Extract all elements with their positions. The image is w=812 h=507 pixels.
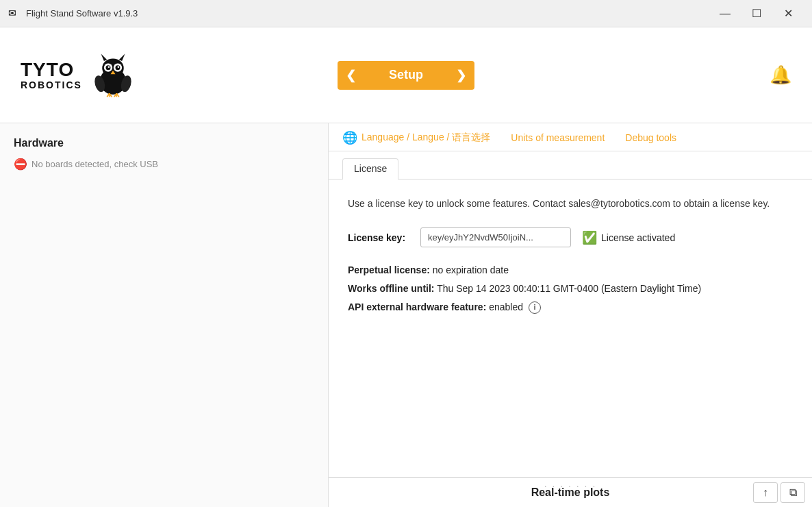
svg-marker-2 xyxy=(101,53,107,61)
close-button[interactable]: ✕ xyxy=(772,3,804,25)
logo-line1: TYTO xyxy=(21,60,82,79)
api-feature-line: API external hardware feature: enabled i xyxy=(348,298,793,317)
sidebar: Hardware ⛔ No boards detected, check USB xyxy=(0,123,329,507)
svg-point-8 xyxy=(107,66,110,68)
license-details: Perpetual license: no expiration date Wo… xyxy=(348,261,793,316)
tab-nav: 🌐 Language / Langue / 语言选择 Units of meas… xyxy=(329,123,812,151)
globe-icon: 🌐 xyxy=(342,130,357,145)
app-icon: ✉ xyxy=(8,8,21,20)
tab-license[interactable]: License xyxy=(342,158,398,180)
right-panel: 🌐 Language / Langue / 语言选择 Units of meas… xyxy=(329,123,812,507)
license-content: Use a license key to unlock some feature… xyxy=(329,180,812,477)
setup-nav-button[interactable]: ❮ Setup ❯ xyxy=(338,61,474,90)
bottom-bar: · · · · · · · Real-time plots ↑ ⧉ xyxy=(329,477,812,507)
debug-nav-label: Debug tools xyxy=(625,132,676,143)
svg-marker-3 xyxy=(119,53,125,61)
license-activated-status: ✅ License activated xyxy=(582,230,675,245)
offline-until-line: Works offline until: Thu Sep 14 2023 00:… xyxy=(348,280,793,298)
logo-text-block: TYTO ROBOTICS xyxy=(21,60,82,90)
error-icon: ⛔ xyxy=(14,158,27,171)
app-title: Flight Stand Software v1.9.3 xyxy=(26,8,709,18)
svg-point-9 xyxy=(117,66,119,68)
perpetual-license-line: Perpetual license: no expiration date xyxy=(348,261,793,280)
tab-license-label: License xyxy=(354,163,387,174)
language-nav-link[interactable]: 🌐 Language / Langue / 语言选择 xyxy=(342,130,490,151)
logo-area: TYTO ROBOTICS xyxy=(21,51,137,99)
setup-label: Setup xyxy=(389,68,423,82)
app-body: TYTO ROBOTICS xyxy=(0,27,812,507)
language-nav-label: Language / Langue / 语言选择 xyxy=(361,132,490,144)
content-area: Hardware ⛔ No boards detected, check USB… xyxy=(0,123,812,507)
tabs: License xyxy=(329,151,812,180)
license-key-row: License key: ✅ License activated xyxy=(348,227,793,247)
minimize-button[interactable]: — xyxy=(709,3,741,25)
check-circle-icon: ✅ xyxy=(582,230,597,245)
nav-prev-icon: ❮ xyxy=(346,68,356,83)
units-nav-link[interactable]: Units of measurement xyxy=(511,132,605,149)
upload-button[interactable]: ↑ xyxy=(753,482,778,503)
upload-icon: ↑ xyxy=(763,486,768,499)
info-icon[interactable]: i xyxy=(529,301,541,314)
nav-next-icon: ❯ xyxy=(456,68,466,83)
sidebar-title: Hardware xyxy=(14,137,314,149)
license-key-input[interactable] xyxy=(420,227,571,247)
drag-handle: · · · · · · · xyxy=(544,480,597,491)
sidebar-error: ⛔ No boards detected, check USB xyxy=(14,158,314,171)
logo-line2: ROBOTICS xyxy=(21,79,82,90)
units-nav-label: Units of measurement xyxy=(511,132,605,143)
activated-text: License activated xyxy=(601,232,675,243)
header: TYTO ROBOTICS xyxy=(0,27,812,123)
maximize-button[interactable]: ☐ xyxy=(741,3,772,25)
sidebar-error-text: No boards detected, check USB xyxy=(31,159,158,169)
titlebar: ✉ Flight Stand Software v1.9.3 — ☐ ✕ xyxy=(0,0,812,27)
debug-nav-link[interactable]: Debug tools xyxy=(625,132,676,149)
perpetual-label: Perpetual license: xyxy=(348,264,430,275)
license-description: Use a license key to unlock some feature… xyxy=(348,196,793,211)
external-link-button[interactable]: ⧉ xyxy=(781,482,805,503)
api-label: API external hardware feature: xyxy=(348,301,486,312)
nav-center: ❮ Setup ❯ xyxy=(338,61,474,90)
license-key-label: License key: xyxy=(348,232,409,243)
owl-logo xyxy=(89,51,137,99)
bottom-bar-actions: ↑ ⧉ xyxy=(753,482,805,503)
offline-label: Works offline until: xyxy=(348,283,435,294)
external-link-icon: ⧉ xyxy=(789,486,797,499)
window-controls: — ☐ ✕ xyxy=(709,3,804,25)
bell-icon[interactable]: 🔔 xyxy=(770,64,791,86)
